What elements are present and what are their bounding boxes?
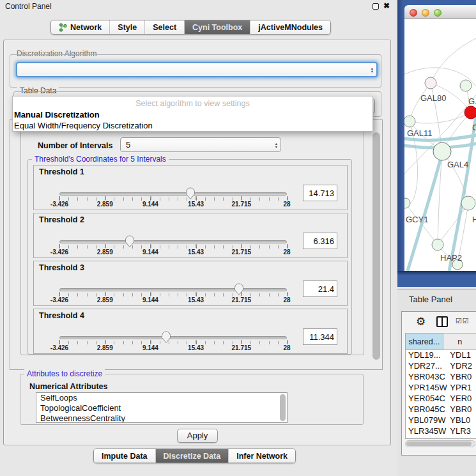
algorithm-combo[interactable]: ▴▾	[16, 62, 378, 77]
threshold-label: Threshold 4	[39, 311, 84, 320]
slider-tick-label: 15.43	[188, 201, 204, 208]
network-icon	[59, 23, 67, 32]
close-icon[interactable]: ✖	[383, 1, 390, 10]
threshold-value-field[interactable]: 21.4	[303, 280, 337, 297]
node-top-right[interactable]	[460, 80, 472, 91]
checkbox-icons[interactable]: ☑☑	[456, 317, 470, 325]
table-row[interactable]: YLR345W YLR3	[406, 426, 476, 437]
node-label-partial-g: G.	[468, 96, 476, 106]
list-scrollbar[interactable]	[280, 394, 286, 421]
horizontal-scrollbar-thumb[interactable]	[406, 441, 472, 446]
table-row[interactable]: YDL19... YDL1	[406, 350, 476, 361]
node-label-gal80: GAL80	[420, 93, 446, 103]
control-panel-title: Control Panel	[5, 2, 52, 11]
attribute-list-item[interactable]: SelfLoops	[36, 393, 287, 403]
slider-track[interactable]	[59, 288, 287, 291]
numerical-attributes-list[interactable]: SelfLoopsTopologicalCoefficientBetweenne…	[36, 392, 288, 423]
slider-track[interactable]	[59, 336, 287, 339]
tab-infer-network[interactable]: Infer Network	[228, 449, 295, 463]
node-red-selected[interactable]	[464, 106, 476, 119]
apply-button[interactable]: Apply	[177, 429, 218, 443]
table-header-row: shared... n	[406, 334, 476, 350]
tab-network-label: Network	[70, 23, 102, 32]
table-panel-header: Table Panel	[397, 289, 476, 308]
stepper-icon[interactable]: ▴▾	[275, 138, 277, 151]
slider-tick-labels: -3.4262.8599.14415.4321.71528	[34, 201, 347, 208]
table-row[interactable]: YBR043C YBR0	[406, 372, 476, 383]
table-rows-host: YDL19... YDL1 YDR27... YDR2 YBR043C YBR0…	[406, 350, 476, 439]
node-right-h[interactable]	[461, 196, 475, 210]
horizontal-scrollbar[interactable]	[405, 440, 475, 447]
slider-tick-label: 2.859	[97, 249, 113, 256]
tab-network[interactable]: Network	[51, 20, 109, 34]
slider-tick-label: 15.43	[188, 296, 204, 303]
table-panel-body: ⚙ ☑☑ shared... n YDL19... YDL1 YDR27... …	[401, 311, 476, 456]
slider-track[interactable]	[59, 240, 287, 243]
slider-tick-label: 28	[283, 249, 290, 256]
minimize-traffic-light[interactable]	[422, 9, 429, 17]
node-gal11[interactable]	[404, 116, 415, 127]
tab-discretize-data[interactable]: Discretize Data	[155, 449, 229, 463]
numerical-attributes-label: Numerical Attributes	[29, 382, 107, 391]
slider-tick-labels: -3.4262.8599.14415.4321.71528	[34, 249, 347, 256]
tab-cyni-toolbox[interactable]: Cyni Toolbox	[184, 20, 250, 34]
settings-scroll-area[interactable]: Interval Definition Number of Intervals …	[10, 119, 383, 370]
slider-tick-label: 28	[283, 201, 290, 208]
table-row[interactable]: YER054C YER0	[406, 394, 476, 404]
algorithm-dropdown-popup: Select algorithm to view settings Manual…	[12, 96, 373, 132]
attributes-group: Attributes to discretize Numerical Attri…	[20, 374, 364, 425]
threshold-row: Threshold 1 -3.4262.8599.14415.4321.7152…	[33, 165, 348, 210]
node-table[interactable]: shared... n YDL19... YDL1 YDR27... YDR2 …	[405, 333, 476, 439]
network-window-titlebar[interactable]	[404, 5, 476, 19]
table-row[interactable]: YBR045C YBR0	[406, 404, 476, 415]
slider-tick-label: 21.715	[232, 296, 252, 303]
column-header-name[interactable]: n	[443, 334, 476, 349]
node-hap2[interactable]	[432, 239, 443, 250]
threshold-label: Threshold 2	[39, 215, 84, 224]
slider-tick-label: 21.715	[232, 249, 252, 256]
slider-tick-label: -3.426	[50, 201, 68, 208]
split-table-icon[interactable]	[436, 316, 448, 327]
dropdown-hint: Select algorithm to view settings	[13, 99, 372, 108]
slider-tick-label: 15.43	[188, 344, 204, 351]
node-gal80[interactable]	[425, 77, 436, 89]
tab-select[interactable]: Select	[144, 20, 184, 34]
table-row[interactable]: YDR27... YDR2	[406, 361, 476, 372]
node-gcy1[interactable]	[404, 198, 410, 208]
interval-definition-group: Interval Definition Number of Intervals …	[20, 127, 364, 355]
slider-tick-label: -3.426	[50, 344, 68, 351]
thresholds-group: Threshold's Coordinates for 5 Intervals …	[27, 159, 352, 355]
column-header-shared-name[interactable]: shared...	[406, 334, 443, 349]
tab-impute-data[interactable]: Impute Data	[94, 449, 155, 463]
threshold-row: Threshold 2 -3.4262.8599.14415.4321.7152…	[33, 213, 348, 258]
zoom-traffic-light[interactable]	[434, 9, 441, 17]
float-window-icon[interactable]	[372, 3, 379, 10]
dropdown-option-manual[interactable]: Manual Discretization	[14, 110, 100, 119]
attr-items-host: SelfLoopsTopologicalCoefficientBetweenne…	[36, 393, 287, 423]
tab-style[interactable]: Style	[109, 20, 144, 34]
thresholds-group-label: Threshold's Coordinates for 5 Intervals	[32, 155, 169, 164]
table-panel-title: Table Panel	[409, 295, 452, 304]
dropdown-option-equal-width[interactable]: Equal Width/Frequency Discretization	[14, 121, 153, 130]
vertical-scrollbar[interactable]	[372, 132, 380, 360]
slider-track[interactable]	[59, 192, 287, 196]
cyni-toolbox-panel: Discretization Algorithm ▴▾ Select algor…	[3, 40, 391, 445]
stepper-icon[interactable]: ▴▾	[371, 63, 373, 76]
slider-tick-label: 28	[283, 344, 290, 351]
table-row[interactable]: YPR145W YPR1	[406, 383, 476, 394]
threshold-value-field[interactable]: 14.713	[303, 185, 337, 201]
threshold-value-field[interactable]: 6.316	[303, 233, 337, 249]
attribute-list-item[interactable]: TopologicalCoefficient	[36, 403, 287, 413]
node-gal4[interactable]	[433, 142, 451, 160]
table-row[interactable]: YIL052C YIL0	[406, 437, 476, 439]
attribute-list-item[interactable]: BetweennessCentrality	[36, 413, 287, 423]
table-row[interactable]: YBL079W YBL0	[406, 415, 476, 426]
tab-jactivemnodules[interactable]: jActiveMNodules	[250, 20, 330, 34]
close-traffic-light[interactable]	[410, 9, 417, 17]
network-canvas[interactable]: GAL80 G. C GAL11 GAL4 GCY1 H HAP2	[404, 19, 476, 271]
node-label-gal11: GAL11	[407, 128, 433, 138]
threshold-value-field[interactable]: 11.344	[303, 328, 337, 345]
node-label-gcy1: GCY1	[406, 215, 428, 224]
gear-icon[interactable]: ⚙	[416, 315, 426, 328]
num-intervals-combo[interactable]: 5 ▴▾	[120, 137, 281, 152]
